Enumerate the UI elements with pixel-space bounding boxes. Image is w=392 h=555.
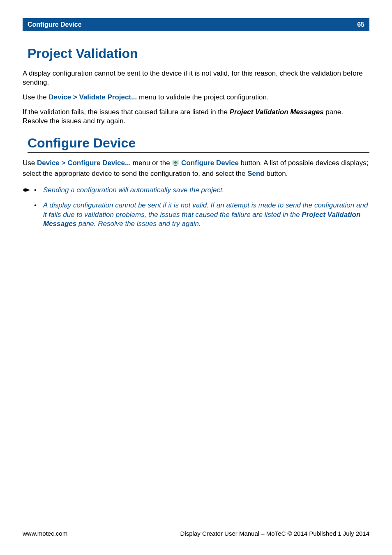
text: Use <box>23 159 37 167</box>
note-pointer-icon <box>23 187 32 194</box>
configure-device-icon <box>172 160 179 169</box>
text: If the validation fails, the issues that… <box>23 108 230 116</box>
note-text: Sending a configuration will automatical… <box>43 186 224 194</box>
note-text: pane. Resolve the issues and try again. <box>76 220 201 228</box>
section-title-configure-device: Configure Device <box>28 136 369 153</box>
text: menu or the <box>131 159 172 167</box>
paragraph: A display configuration cannot be sent t… <box>23 69 369 87</box>
header-page-number: 65 <box>357 21 364 28</box>
menu-path-configure-device: Device > Configure Device... <box>37 159 131 167</box>
footer-manual-info: Display Creator User Manual – MoTeC © 20… <box>180 530 369 537</box>
footer-url: www.motec.com <box>23 530 67 537</box>
paragraph: If the validation fails, the issues that… <box>23 108 369 126</box>
note-item: Sending a configuration will automatical… <box>32 186 369 195</box>
note-item: A display configuration cannot be sent i… <box>32 201 369 229</box>
paragraph: Use Device > Configure Device... menu or… <box>23 159 369 178</box>
pane-name-project-validation-messages: Project Validation Messages <box>230 108 324 116</box>
header-title: Configure Device <box>28 21 82 28</box>
button-label-send: Send <box>247 170 265 177</box>
text: Use the <box>23 93 48 101</box>
note-list: Sending a configuration will automatical… <box>32 186 369 235</box>
text: menu to validate the project configurati… <box>137 93 268 101</box>
menu-path-validate-project: Device > Validate Project... <box>48 93 137 101</box>
text: button. <box>265 170 288 177</box>
button-label-configure-device: Configure Device <box>181 159 239 167</box>
page-header-bar: Configure Device 65 <box>23 18 369 31</box>
note-block: Sending a configuration will automatical… <box>23 186 369 235</box>
page: Configure Device 65 Project Validation A… <box>0 0 392 555</box>
svg-rect-2 <box>174 165 177 166</box>
section-title-project-validation: Project Validation <box>28 46 369 63</box>
page-footer: www.motec.com Display Creator User Manua… <box>23 530 369 537</box>
paragraph: Use the Device > Validate Project... men… <box>23 93 369 102</box>
